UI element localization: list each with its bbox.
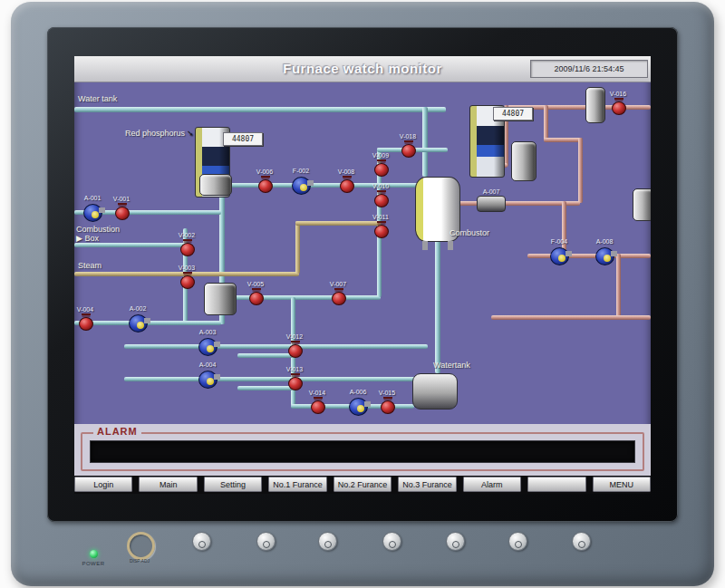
pipe-segment (74, 107, 446, 112)
valve-v-004: V-004 (75, 306, 95, 332)
alarm-groupbox: ALARM (81, 432, 644, 471)
diagram-label: ▶ Box (76, 234, 99, 243)
bezel-button-1[interactable] (192, 532, 211, 551)
pump-label: A-008 (596, 238, 614, 245)
nav-button-no-2-furance[interactable]: No.2 Furance (334, 477, 392, 492)
valve-icon (288, 377, 303, 390)
nav-button-menu[interactable]: MENU (593, 477, 651, 492)
valve-icon (311, 400, 325, 414)
valve-label: V-001 (113, 196, 130, 202)
valve-icon (249, 292, 264, 305)
alarm-message-display (90, 440, 635, 463)
bezel-button-5[interactable] (446, 532, 465, 551)
motor-label: A-007 (483, 188, 500, 195)
level-readout: 44807 (223, 132, 263, 146)
pipe-segment (74, 243, 187, 247)
screen-frame: Furnace watch monitor 2009/11/6 21:54:45… (47, 27, 678, 522)
pipe-segment (219, 183, 424, 188)
valve-label: V-002 (179, 232, 195, 238)
monitor-device: Furnace watch monitor 2009/11/6 21:54:45… (11, 2, 714, 586)
pipe-segment (435, 240, 440, 373)
nav-button-blank[interactable] (527, 477, 585, 492)
bezel-button-4[interactable] (382, 532, 401, 551)
valve-label: V-014 (309, 390, 325, 396)
pump-icon (129, 314, 148, 333)
power-led-label: POWER (71, 561, 116, 566)
nav-button-alarm[interactable]: Alarm (463, 477, 521, 492)
power-led (90, 550, 98, 558)
pump-label: F-002 (293, 168, 309, 174)
pump-label: A-004 (199, 361, 217, 368)
valve-v-006: V-006 (255, 169, 275, 194)
diagram-layer: A-007V-001V-002V-003V-004V-005V-006V-007… (74, 56, 651, 424)
nav-button-setting[interactable]: Setting (204, 477, 262, 492)
valve-icon (180, 243, 195, 256)
pump-icon (198, 371, 218, 389)
valve-v-013: V-013 (285, 366, 304, 391)
pipe-segment (544, 105, 548, 141)
bezel-button-3[interactable] (318, 532, 337, 551)
valve-label: V-008 (338, 169, 354, 175)
adjust-knob[interactable] (127, 532, 155, 560)
diagram-label: Combustor (450, 228, 489, 237)
valve-icon (340, 179, 354, 193)
valve-v-018: V-018 (398, 133, 418, 159)
valve-v-001: V-001 (111, 196, 131, 221)
valve-v-005: V-005 (246, 281, 266, 306)
bezel-button-2[interactable] (256, 532, 276, 551)
pipe-segment (544, 138, 582, 142)
buffer-tank (199, 174, 232, 196)
valve-label: V-011 (372, 214, 389, 220)
alarm-label: ALARM (93, 426, 141, 437)
valve-icon (381, 400, 395, 414)
valve-label: V-006 (256, 169, 273, 175)
valve-label: V-005 (247, 281, 264, 287)
valve-v-008: V-008 (336, 169, 356, 194)
nav-button-login[interactable]: Login (74, 477, 132, 492)
nav-button-no-1-furance[interactable]: No.1 Furance (268, 477, 326, 492)
valve-icon (115, 207, 130, 220)
buffer-tank (204, 283, 237, 315)
pipe-segment (422, 107, 428, 177)
pump-icon (349, 398, 368, 416)
pipe-segment (295, 221, 381, 226)
diagram-label: Combustion (76, 225, 120, 234)
alarm-panel: ALARM (74, 424, 651, 476)
diagram-label: Steam (78, 261, 102, 270)
valve-label: V-004 (77, 306, 93, 313)
valve-label: V-003 (179, 265, 195, 271)
valve-label: V-010 (372, 183, 389, 189)
valve-label: V-015 (379, 390, 395, 396)
diagram-label: Red phosphorus (125, 129, 194, 138)
valve-label: V-012 (286, 333, 303, 340)
pump-a-006: A-006 (347, 389, 369, 416)
pump-a-002: A-002 (127, 305, 149, 333)
motor-a-007: A-007 (477, 196, 506, 212)
valve-v-015: V-015 (377, 390, 397, 415)
valve-label: V-016 (610, 91, 626, 97)
valve-label: V-018 (400, 133, 416, 140)
pipe-segment (578, 138, 583, 203)
valve-v-014: V-014 (307, 390, 327, 415)
hmi-screen: Furnace watch monitor 2009/11/6 21:54:45… (74, 56, 651, 494)
bezel-button-6[interactable] (508, 532, 527, 551)
valve-v-003: V-003 (177, 265, 197, 290)
valve-v-007: V-007 (328, 281, 348, 306)
valve-v-009: V-009 (371, 152, 391, 178)
bezel-button-7[interactable] (572, 532, 591, 551)
valve-v-012: V-012 (285, 333, 304, 359)
pipe-segment (491, 315, 651, 320)
pump-label: A-001 (84, 195, 102, 201)
nav-button-no-3-furance[interactable]: No.3 Furance (398, 477, 456, 492)
pump-icon (292, 177, 311, 195)
valve-icon (374, 225, 389, 238)
pipe-segment (124, 344, 428, 349)
nav-button-main[interactable]: Main (139, 477, 197, 492)
valve-icon (288, 344, 303, 358)
pipe-segment (527, 254, 651, 258)
pump-f-004: F-004 (548, 238, 570, 265)
pump-label: A-002 (130, 305, 147, 312)
nav-button-bar: LoginMainSettingNo.1 FuranceNo.2 Furance… (74, 476, 651, 494)
pipe-segment (124, 377, 428, 381)
valve-label: V-007 (330, 281, 346, 287)
